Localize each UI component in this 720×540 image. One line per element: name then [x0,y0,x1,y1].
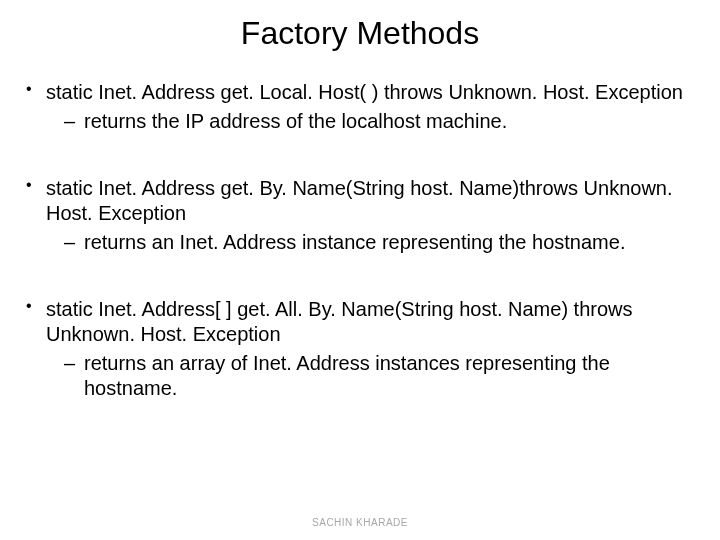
list-item: static Inet. Address get. By. Name(Strin… [26,176,700,255]
method-description: returns an Inet. Address instance repres… [64,230,700,255]
method-signature: static Inet. Address get. By. Name(Strin… [46,176,700,226]
list-item: static Inet. Address[ ] get. All. By. Na… [26,297,700,401]
slide-title: Factory Methods [20,15,700,52]
sub-list: returns an Inet. Address instance repres… [46,230,700,255]
method-description: returns the IP address of the localhost … [64,109,700,134]
footer-author: SACHIN KHARADE [0,517,720,528]
method-list: static Inet. Address get. Local. Host( )… [20,80,700,401]
sub-list: returns the IP address of the localhost … [46,109,700,134]
sub-list: returns an array of Inet. Address instan… [46,351,700,401]
method-signature: static Inet. Address get. Local. Host( )… [46,80,700,105]
method-description: returns an array of Inet. Address instan… [64,351,700,401]
method-signature: static Inet. Address[ ] get. All. By. Na… [46,297,700,347]
list-item: static Inet. Address get. Local. Host( )… [26,80,700,134]
